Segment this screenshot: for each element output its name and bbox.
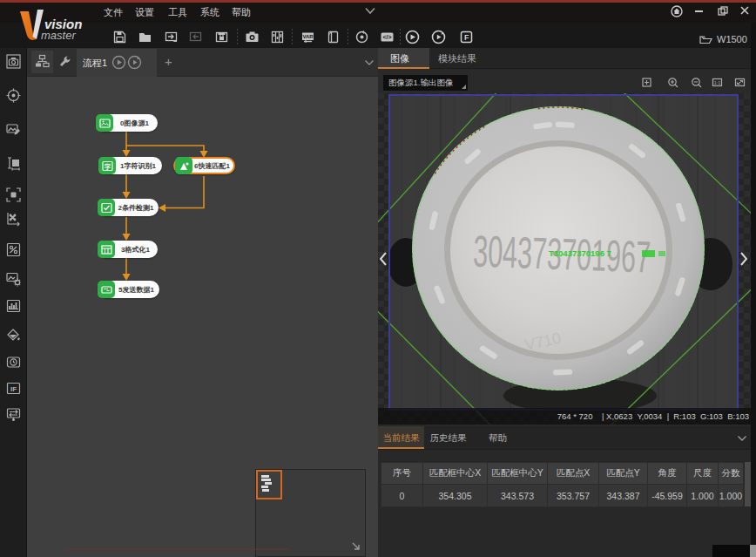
svg-text:master: master — [41, 29, 76, 42]
svg-text:F: F — [464, 33, 469, 42]
svg-text:字: 字 — [104, 162, 111, 170]
svg-text:</>: </> — [382, 34, 391, 40]
svg-text:T30437370196 7: T30437370196 7 — [549, 248, 611, 258]
svg-text:1:1: 1:1 — [714, 80, 721, 85]
svg-text:VAR: VAR — [302, 34, 314, 39]
svg-text:IF: IF — [10, 385, 17, 393]
